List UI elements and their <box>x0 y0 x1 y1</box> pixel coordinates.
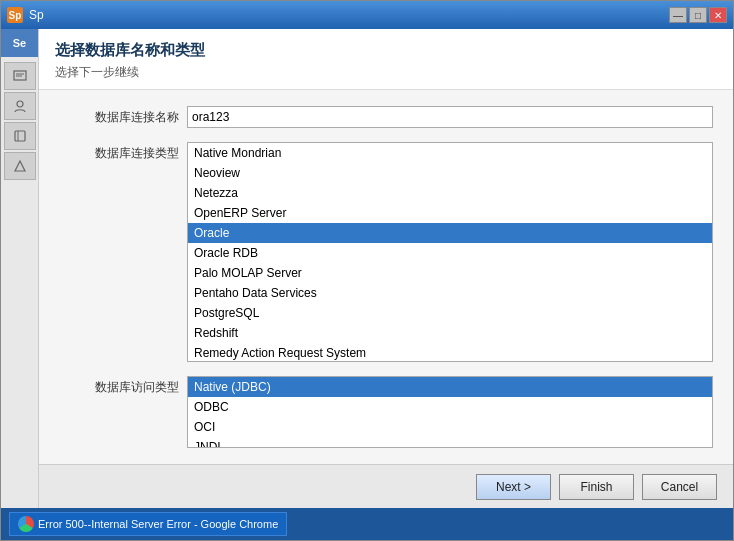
db-type-list[interactable]: MySQLNative MondrianNeoviewNetezzaOpenER… <box>187 142 713 362</box>
dialog-title: 选择数据库名称和类型 <box>55 41 717 60</box>
sidebar-top: Se <box>1 29 38 57</box>
list-item[interactable]: ODBC <box>188 397 712 417</box>
cancel-button[interactable]: Cancel <box>642 474 717 500</box>
dialog-header: 选择数据库名称和类型 选择下一步继续 <box>39 29 733 90</box>
db-access-list-wrap: Native (JDBC)ODBCOCIJNDI <box>187 376 713 448</box>
db-type-label: 数据库连接类型 <box>59 142 179 162</box>
list-item[interactable]: Oracle <box>188 223 712 243</box>
db-name-input-wrap <box>187 106 713 128</box>
next-button[interactable]: Next > <box>476 474 551 500</box>
db-name-label: 数据库连接名称 <box>59 106 179 126</box>
db-access-list[interactable]: Native (JDBC)ODBCOCIJNDI <box>187 376 713 448</box>
maximize-button[interactable]: □ <box>689 7 707 23</box>
outer-layout: Se 选择数据库名称和类型 选择下一步继续 <box>1 29 733 508</box>
taskbar-item-label: Error 500--Internal Server Error - Googl… <box>38 518 278 530</box>
sidebar-item-1[interactable] <box>4 62 36 90</box>
list-item[interactable]: PostgreSQL <box>188 303 712 323</box>
dialog-body: 数据库连接名称 数据库连接类型 MySQLNative MondrianNeov… <box>39 90 733 464</box>
title-bar-text: Sp <box>29 8 669 22</box>
chrome-icon <box>18 516 34 532</box>
db-type-row: 数据库连接类型 MySQLNative MondrianNeoviewNetez… <box>59 142 713 362</box>
title-bar: Sp Sp — □ ✕ <box>1 1 733 29</box>
svg-marker-6 <box>15 161 25 171</box>
list-item[interactable]: OCI <box>188 417 712 437</box>
app-icon: Sp <box>7 7 23 23</box>
db-type-list-wrap: MySQLNative MondrianNeoviewNetezzaOpenER… <box>187 142 713 362</box>
sidebar-menu <box>1 57 38 181</box>
minimize-button[interactable]: — <box>669 7 687 23</box>
list-item[interactable]: Oracle RDB <box>188 243 712 263</box>
finish-button[interactable]: Finish <box>559 474 634 500</box>
list-item[interactable]: Neoview <box>188 163 712 183</box>
dialog-footer: Next > Finish Cancel <box>39 464 733 508</box>
svg-point-3 <box>17 101 23 107</box>
db-name-input[interactable] <box>187 106 713 128</box>
list-item[interactable]: Netezza <box>188 183 712 203</box>
list-item[interactable]: Palo MOLAP Server <box>188 263 712 283</box>
sidebar: Se <box>1 29 39 508</box>
taskbar-item-chrome[interactable]: Error 500--Internal Server Error - Googl… <box>9 512 287 536</box>
svg-rect-4 <box>15 131 25 141</box>
close-button[interactable]: ✕ <box>709 7 727 23</box>
list-item[interactable]: Native (JDBC) <box>188 377 712 397</box>
dialog-subtitle: 选择下一步继续 <box>55 64 717 81</box>
main-window: Sp Sp — □ ✕ Se <box>0 0 734 541</box>
list-item[interactable]: JNDI <box>188 437 712 448</box>
taskbar: Error 500--Internal Server Error - Googl… <box>1 508 733 540</box>
db-access-row: 数据库访问类型 Native (JDBC)ODBCOCIJNDI <box>59 376 713 448</box>
list-item[interactable]: Redshift <box>188 323 712 343</box>
db-name-row: 数据库连接名称 <box>59 106 713 128</box>
list-item[interactable]: Remedy Action Request System <box>188 343 712 362</box>
sidebar-item-2[interactable] <box>4 92 36 120</box>
list-item[interactable]: Pentaho Data Services <box>188 283 712 303</box>
db-access-label: 数据库访问类型 <box>59 376 179 396</box>
sidebar-item-4[interactable] <box>4 152 36 180</box>
sidebar-item-3[interactable] <box>4 122 36 150</box>
list-item[interactable]: Native Mondrian <box>188 143 712 163</box>
list-item[interactable]: OpenERP Server <box>188 203 712 223</box>
title-bar-buttons: — □ ✕ <box>669 7 727 23</box>
main-content: 选择数据库名称和类型 选择下一步继续 数据库连接名称 数据库连接类型 MySQL… <box>39 29 733 508</box>
